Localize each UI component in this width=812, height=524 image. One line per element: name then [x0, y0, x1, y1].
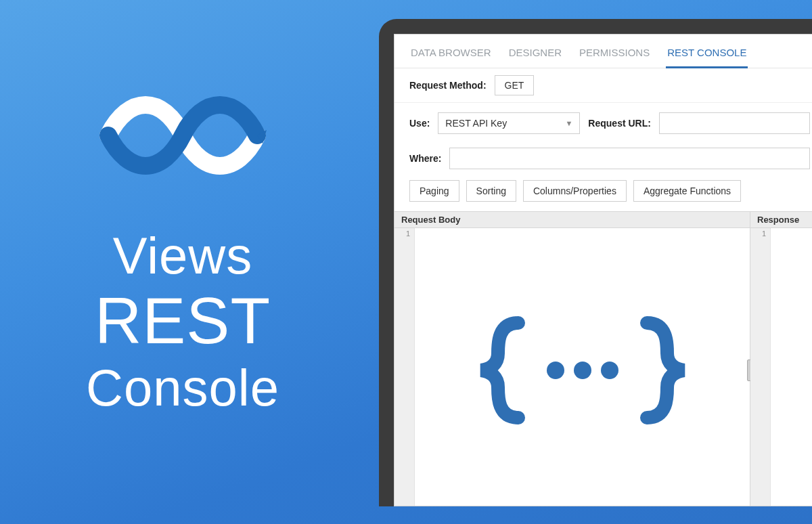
request-method-button[interactable]: GET — [495, 75, 535, 95]
device-frame: DATA BROWSER DESIGNER PERMISSIONS REST C… — [379, 19, 812, 506]
row-use-url: Use: REST API Key ▼ Request URL: — [394, 102, 812, 141]
option-columns-properties[interactable]: Columns/Properties — [523, 180, 627, 202]
request-url-label: Request URL: — [588, 118, 651, 129]
json-braces-icon — [415, 228, 750, 506]
row-request-method: Request Method: GET — [394, 68, 812, 102]
where-label: Where: — [409, 153, 441, 164]
hero-line-1: Views — [86, 226, 279, 285]
chevron-down-icon: ▼ — [565, 119, 572, 127]
response-panel: Response 1 — [750, 212, 812, 506]
request-body-editor[interactable]: 1 — [394, 228, 750, 506]
tab-rest-console[interactable]: REST CONSOLE — [666, 47, 748, 68]
app-screen: DATA BROWSER DESIGNER PERMISSIONS REST C… — [394, 34, 812, 506]
svg-point-2 — [601, 362, 618, 379]
hero-title: Views REST Console — [86, 226, 279, 418]
infinity-logo-icon — [95, 88, 271, 185]
use-select[interactable]: REST API Key ▼ — [438, 112, 580, 134]
hero-line-3: Console — [86, 357, 279, 418]
svg-point-0 — [547, 362, 564, 379]
option-aggregate-functions[interactable]: Aggregate Functions — [633, 180, 741, 202]
request-method-label: Request Method: — [409, 80, 487, 91]
use-label: Use: — [409, 118, 430, 129]
row-where: Where: — [394, 141, 812, 176]
request-url-input[interactable] — [659, 112, 810, 134]
option-tabs: Paging Sorting Columns/Properties Aggreg… — [394, 176, 812, 211]
response-gutter: 1 — [750, 228, 771, 506]
response-area[interactable] — [771, 228, 812, 506]
response-header: Response — [750, 212, 812, 228]
tab-data-browser[interactable]: DATA BROWSER — [409, 47, 493, 68]
request-body-header: Request Body — [394, 212, 750, 228]
svg-point-1 — [574, 362, 591, 379]
tab-permissions[interactable]: PERMISSIONS — [578, 47, 651, 68]
line-number: 1 — [750, 230, 766, 238]
tab-designer[interactable]: DESIGNER — [508, 47, 563, 68]
where-input[interactable] — [449, 148, 810, 169]
hero-line-2: REST — [86, 285, 279, 357]
request-body-gutter: 1 — [394, 228, 415, 506]
option-paging[interactable]: Paging — [409, 180, 459, 202]
request-body-panel: Request Body 1 — [394, 212, 750, 506]
main-tabs: DATA BROWSER DESIGNER PERMISSIONS REST C… — [394, 35, 812, 68]
option-sorting[interactable]: Sorting — [466, 180, 516, 202]
line-number: 1 — [394, 230, 410, 238]
response-editor[interactable]: 1 — [750, 228, 812, 506]
panels: Request Body 1 — [394, 211, 812, 506]
use-select-value: REST API Key — [445, 118, 507, 129]
request-body-area[interactable] — [415, 228, 750, 506]
